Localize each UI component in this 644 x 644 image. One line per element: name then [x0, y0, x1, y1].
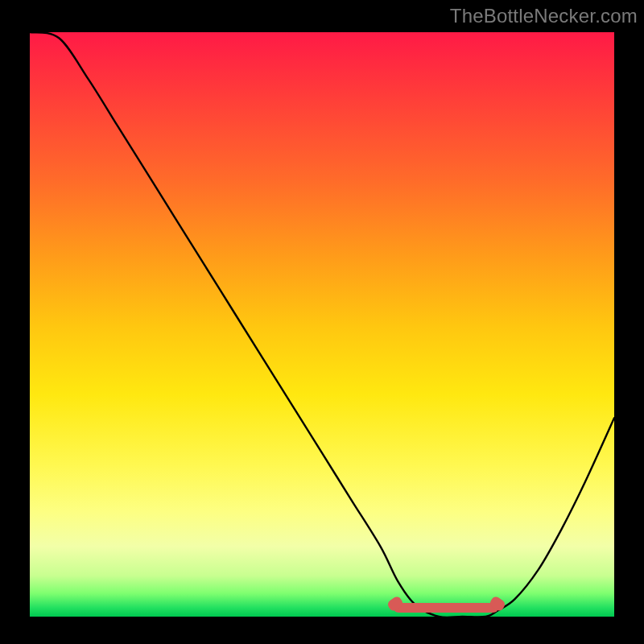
plot-area — [30, 32, 614, 617]
watermark-text: TheBottleNecker.com — [450, 5, 638, 27]
bottleneck-curve — [30, 32, 614, 617]
chart-frame: TheBottleNecker.com — [0, 0, 644, 644]
highlight-segment — [394, 603, 498, 613]
